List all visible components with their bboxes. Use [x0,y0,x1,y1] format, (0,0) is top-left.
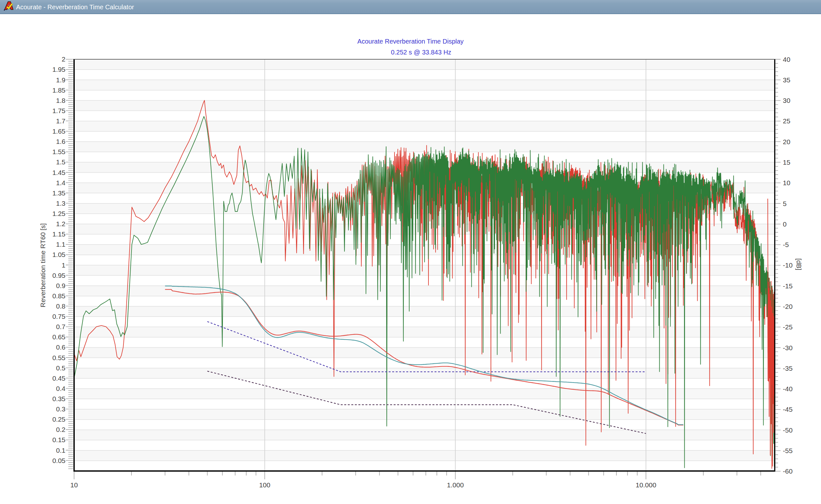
svg-text:2: 2 [62,55,65,63]
svg-text:0.1: 0.1 [56,447,65,454]
svg-text:Acourate - Reverberation Time: Acourate - Reverberation Time Calculator [16,4,134,11]
svg-text:1.15: 1.15 [52,230,65,238]
svg-text:-40: -40 [783,385,792,392]
svg-text:-35: -35 [783,365,792,372]
svg-text:0.35: 0.35 [52,395,65,402]
svg-text:Acourate Reverberation Time Di: Acourate Reverberation Time Display [357,38,463,45]
svg-text:0.5: 0.5 [56,364,65,372]
svg-text:1.3: 1.3 [56,200,65,207]
svg-text:1.1: 1.1 [56,241,65,248]
svg-text:35: 35 [783,76,790,84]
svg-text:0.85: 0.85 [52,292,65,300]
svg-text:0.45: 0.45 [52,375,65,382]
svg-text:0.2: 0.2 [56,426,65,433]
svg-text:0: 0 [783,220,787,228]
svg-text:0.75: 0.75 [52,313,65,320]
svg-text:1.25: 1.25 [52,210,65,217]
svg-text:0.8: 0.8 [56,302,65,310]
svg-text:1.75: 1.75 [52,107,65,114]
svg-text:-60: -60 [783,467,792,475]
svg-text:Reverberation time RT60 [s]: Reverberation time RT60 [s] [39,223,46,307]
svg-text:0.4: 0.4 [56,385,66,392]
svg-text:-15: -15 [783,282,792,290]
svg-text:0.65: 0.65 [52,333,65,341]
svg-text:1.2: 1.2 [56,220,65,227]
svg-text:-50: -50 [783,426,792,434]
svg-text:0.7: 0.7 [56,323,65,330]
svg-text:40: 40 [783,56,790,63]
svg-text:1.95: 1.95 [52,66,65,73]
svg-text:0.252 s @ 33.843 Hz: 0.252 s @ 33.843 Hz [391,49,451,56]
svg-text:1.05: 1.05 [52,251,65,258]
svg-text:0.9: 0.9 [56,282,65,289]
svg-text:1.55: 1.55 [52,148,65,155]
svg-text:10.000: 10.000 [636,481,656,489]
svg-text:1: 1 [62,261,65,269]
svg-text:0.6: 0.6 [56,343,65,351]
svg-text:0.15: 0.15 [52,436,65,443]
svg-text:5: 5 [783,200,787,207]
svg-text:0.05: 0.05 [52,457,65,464]
svg-text:1.85: 1.85 [52,87,65,94]
svg-text:-55: -55 [783,447,792,454]
svg-text:20: 20 [783,138,790,145]
svg-text:-10: -10 [783,261,792,269]
svg-text:0.3: 0.3 [56,405,65,413]
svg-text:-5: -5 [783,241,789,248]
svg-text:10: 10 [783,179,790,186]
svg-text:1.000: 1.000 [447,481,464,489]
svg-text:1.45: 1.45 [52,169,65,176]
svg-text:1.7: 1.7 [56,117,65,125]
svg-text:-30: -30 [783,344,792,351]
svg-text:1.5: 1.5 [56,158,65,166]
svg-text:1.65: 1.65 [52,128,65,135]
svg-text:0.95: 0.95 [52,272,65,279]
svg-text:1.8: 1.8 [56,97,65,104]
svg-text:25: 25 [783,117,790,125]
svg-text:[dB]: [dB] [795,258,803,270]
svg-text:0.25: 0.25 [52,416,65,423]
svg-text:1.9: 1.9 [56,76,65,84]
svg-text:-45: -45 [783,406,792,413]
svg-text:1.6: 1.6 [56,138,65,145]
svg-text:1.35: 1.35 [52,189,65,197]
svg-text:-20: -20 [783,303,792,310]
svg-text:15: 15 [783,159,790,166]
svg-text:0.55: 0.55 [52,354,65,361]
svg-text:10: 10 [70,481,78,489]
svg-text:1.4: 1.4 [56,179,66,186]
svg-text:-25: -25 [783,323,792,331]
svg-text:30: 30 [783,97,790,104]
svg-text:100: 100 [259,481,270,489]
